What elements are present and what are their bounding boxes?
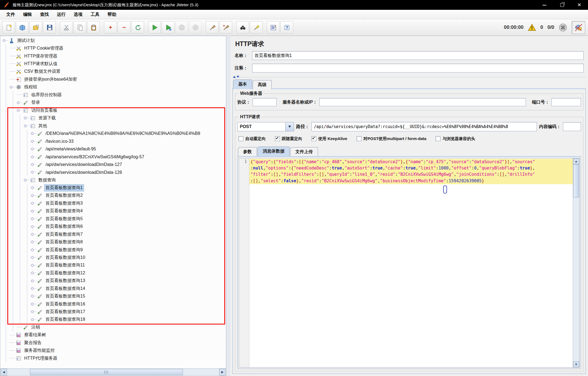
body-tab-0[interactable]: 参数 [238,147,257,156]
tree-item[interactable]: CSV 数据文件设置 [0,68,226,75]
search-reset-button[interactable] [250,21,263,34]
tree-item[interactable]: 拼接登录json并base64加密 [0,75,226,83]
remote-status-icon[interactable] [559,23,567,32]
tree-item[interactable]: /api/ana/services/B2CniXVwSwiGS4iMg6wg/l… [0,153,226,161]
collapse-button[interactable]: − [118,21,130,34]
scroll-up-button[interactable]: ▲ [573,158,579,164]
port-input[interactable] [552,98,581,106]
tree-item[interactable]: 测试计划 [0,37,226,44]
tree-expand-knob[interactable] [31,163,34,166]
tree-expand-knob[interactable] [31,272,34,274]
scroll-down-button[interactable]: ▼ [573,361,579,367]
menu-search[interactable]: 查找 [36,10,53,19]
menu-run[interactable]: 运行 [53,10,70,19]
checkbox-multipart[interactable]: 对POST使用multipart / form-data [357,136,427,141]
tree-expand-knob[interactable] [31,264,34,267]
splitpane-divider[interactable] [226,36,231,376]
name-input[interactable] [252,51,584,60]
tree-item[interactable]: /api/dw/services/downloadDimData-126 [0,168,226,176]
method-select[interactable]: POST [237,122,294,131]
tree-item[interactable]: HTTP代理服务器 [0,354,226,362]
body-tab-2[interactable]: 文件上传 [290,147,318,156]
scroll-left-button[interactable]: ◀ [1,369,7,375]
tree-expand-knob[interactable] [24,125,27,127]
tree-expand-knob[interactable] [31,210,34,213]
restart-button[interactable] [131,21,144,34]
body-tab-1[interactable]: 消息体数据 [258,147,290,156]
tree-expand-knob[interactable] [31,310,34,313]
tree-item[interactable]: 其他 [0,122,226,130]
tree-expand-knob[interactable] [31,171,34,174]
menu-help[interactable]: 帮助 [103,10,120,19]
jmeter-logo-button[interactable] [572,21,585,34]
tree-item[interactable]: 首页看板数据查询1 [0,184,226,192]
tree-expand-knob[interactable] [31,241,34,243]
tree-item[interactable]: /api/meta/views/default-95 [0,145,226,153]
tree-horizontal-scrollbar[interactable]: ◀ ▶ [1,368,226,375]
tree-item[interactable]: 首页看板数据查询18 [0,316,226,323]
tree-item[interactable]: 首页看板数据查询8 [0,238,226,246]
tree-expand-knob[interactable] [31,280,34,282]
tree-item[interactable]: 首页看板数据查询2 [0,192,226,199]
tree-expand-knob[interactable] [31,194,34,197]
checkbox-auto-redirect[interactable]: 自动重定向 [238,136,266,141]
encoding-input[interactable] [563,122,581,131]
tree-expand-knob[interactable] [17,109,20,112]
tree-expand-knob[interactable] [31,225,34,228]
split-expand-icon[interactable] [237,76,239,78]
method-dropdown-button[interactable] [285,122,294,131]
tree-expand-knob[interactable] [31,233,34,236]
save-button[interactable] [43,21,56,34]
tree-item[interactable]: 数据查询 [0,176,226,184]
stop-button[interactable] [175,21,188,34]
tree-expand-knob[interactable] [31,132,34,135]
start-button[interactable] [148,21,161,34]
minimize-button[interactable] [536,0,553,10]
function-helper-button[interactable] [267,21,280,34]
help-button[interactable]: ? [280,21,293,34]
tree-item[interactable]: HTTP Cookie管理器 [0,44,226,52]
protocol-input[interactable] [253,98,277,106]
tree-item[interactable]: 临界部分控制器 [0,91,226,99]
tree-item[interactable]: 资源下载 [0,114,226,122]
tree-expand-knob[interactable] [31,295,34,298]
tree-expand-knob[interactable] [31,303,34,305]
path-input[interactable] [311,122,537,131]
tree-item[interactable]: 首页看板数据查询15 [0,292,226,300]
config-tab-1[interactable]: 高级 [253,80,272,89]
new-file-button[interactable] [2,21,15,34]
checkbox-browser-headers[interactable]: 与浏览器兼容的头 [436,136,475,141]
tree-item[interactable]: 首页看板数据查询9 [0,246,226,254]
tree-expand-knob[interactable] [31,140,34,143]
tree-item[interactable]: 首页看板数据查询16 [0,300,226,308]
tree-item[interactable]: HTTP缓存管理器 [0,52,226,60]
tree-item[interactable]: 首页看板数据查询13 [0,277,226,285]
tree-item[interactable]: 首页看板数据查询6 [0,223,226,231]
tree-item[interactable]: /favicon.ico-33 [0,138,226,145]
hscroll-thumb[interactable] [30,369,183,375]
start-no-timers-button[interactable] [162,21,174,34]
body-data-editor[interactable]: 1 {"query":{"fields":[{"name":"cp_468","… [239,158,580,368]
checkbox-browser-headers-box[interactable] [436,136,440,141]
tree-item[interactable]: 首页看板数据查询4 [0,207,226,215]
host-input[interactable] [319,98,526,106]
tree-expand-knob[interactable] [31,256,34,259]
tree-expand-knob[interactable] [3,39,5,42]
tree-item[interactable]: 首页看板数据查询11 [0,262,226,269]
tree-expand-knob[interactable] [31,318,34,321]
clear-all-button[interactable] [219,21,232,34]
tree-item[interactable]: 首页看板数据查询17 [0,308,226,316]
clear-button[interactable] [206,21,219,34]
menu-options[interactable]: 选项 [70,10,87,19]
tree-item[interactable]: 首页看板数据查询3 [0,199,226,207]
tree-expand-knob[interactable] [17,101,20,104]
tree-item[interactable]: /DEMO/ana/%E8%A1%8C%E4%B8%9A/%E6%9C%8D%E… [0,130,226,137]
tree-expand-knob[interactable] [31,202,34,205]
tree-item[interactable]: /api/dw/services/downloadDimData-127 [0,161,226,168]
paste-button[interactable] [87,21,100,34]
tree-item[interactable]: HTTP请求默认值 [0,60,226,68]
tree-expand-knob[interactable] [10,86,13,89]
tree-expand-knob[interactable] [31,186,34,189]
menu-tools[interactable]: 工具 [87,10,103,19]
checkbox-multipart-box[interactable] [357,136,362,141]
